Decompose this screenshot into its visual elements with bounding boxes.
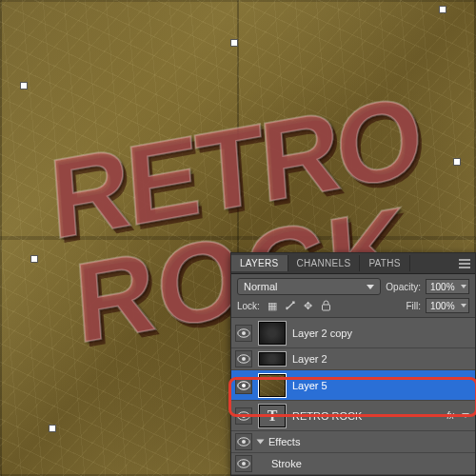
panel-menu-button[interactable] bbox=[454, 259, 475, 268]
visibility-toggle[interactable] bbox=[235, 325, 252, 342]
lock-pixels-icon[interactable] bbox=[283, 298, 298, 313]
svg-point-12 bbox=[242, 462, 246, 466]
layer-name[interactable]: RETRO ROCK bbox=[292, 410, 441, 422]
fill-value: 100% bbox=[430, 301, 455, 311]
layers-panel: LAYERS CHANNELS PATHS Normal Opacity: 10… bbox=[230, 252, 476, 476]
triangle-down-icon bbox=[257, 440, 265, 445]
lock-position-icon[interactable]: ✥ bbox=[301, 298, 316, 313]
layer-row[interactable]: Layer 2 bbox=[231, 348, 475, 370]
transform-handle[interactable] bbox=[30, 255, 38, 263]
transform-handle[interactable] bbox=[439, 6, 446, 13]
opacity-label: Opacity: bbox=[386, 282, 421, 292]
opacity-field[interactable]: 100% bbox=[426, 279, 469, 294]
layer-effect-item[interactable]: Stroke bbox=[231, 453, 475, 475]
text-layer-thumbnail[interactable]: T bbox=[258, 404, 287, 428]
layer-row-selected[interactable]: Layer 5 bbox=[231, 370, 475, 401]
layer-row[interactable]: Layer 2 copy bbox=[231, 318, 475, 348]
layer-row[interactable]: T RETRO ROCK fx bbox=[231, 401, 475, 431]
chevron-down-icon bbox=[461, 285, 466, 288]
effects-label: Effects bbox=[268, 436, 471, 447]
lock-label: Lock: bbox=[237, 301, 260, 311]
blend-mode-select[interactable]: Normal bbox=[237, 278, 381, 295]
layer-effects-row[interactable]: Effects bbox=[231, 431, 475, 453]
layer-name[interactable]: Layer 2 copy bbox=[292, 327, 471, 339]
layer-name[interactable]: Layer 5 bbox=[292, 380, 471, 391]
transform-handle[interactable] bbox=[49, 425, 56, 432]
svg-point-2 bbox=[242, 331, 246, 335]
svg-point-10 bbox=[242, 440, 246, 444]
lock-transparency-icon[interactable]: ▦ bbox=[265, 298, 280, 313]
lock-button-group: ▦ ✥ bbox=[265, 298, 334, 313]
panel-tab-bar: LAYERS CHANNELS PATHS bbox=[231, 253, 475, 274]
effects-disclosure[interactable] bbox=[258, 438, 263, 446]
layers-list: Layer 2 copy Layer 2 Layer 5 T RETRO ROC… bbox=[231, 318, 475, 475]
visibility-toggle[interactable] bbox=[235, 433, 252, 450]
visibility-toggle[interactable] bbox=[235, 455, 252, 472]
panel-controls: Normal Opacity: 100% Lock: ▦ ✥ bbox=[231, 274, 475, 318]
fx-badge[interactable]: fx bbox=[446, 410, 456, 421]
svg-point-6 bbox=[242, 384, 246, 387]
svg-point-4 bbox=[242, 357, 246, 361]
text-glyph-icon: T bbox=[268, 407, 278, 425]
layer-thumbnail[interactable] bbox=[258, 373, 287, 398]
svg-rect-0 bbox=[323, 305, 330, 310]
fill-label: Fill: bbox=[406, 301, 421, 311]
tab-layers[interactable]: LAYERS bbox=[231, 255, 288, 271]
lock-all-icon[interactable] bbox=[319, 298, 334, 313]
tab-channels[interactable]: CHANNELS bbox=[288, 255, 361, 271]
svg-point-8 bbox=[242, 414, 246, 418]
chevron-down-icon bbox=[367, 285, 374, 289]
opacity-value: 100% bbox=[430, 282, 455, 292]
effect-name: Stroke bbox=[258, 458, 471, 469]
visibility-toggle[interactable] bbox=[235, 407, 252, 425]
fill-field[interactable]: 100% bbox=[426, 298, 469, 313]
chevron-down-icon bbox=[461, 304, 466, 307]
layer-thumbnail[interactable] bbox=[258, 351, 287, 367]
chevron-down-icon[interactable] bbox=[462, 413, 469, 418]
blend-mode-value: Normal bbox=[244, 281, 277, 292]
visibility-toggle[interactable] bbox=[235, 350, 252, 367]
tab-paths[interactable]: PATHS bbox=[360, 255, 409, 271]
transform-handle[interactable] bbox=[453, 158, 461, 166]
layer-thumbnail[interactable] bbox=[258, 321, 287, 346]
layer-name[interactable]: Layer 2 bbox=[292, 353, 471, 365]
visibility-toggle[interactable] bbox=[235, 377, 252, 394]
transform-handle[interactable] bbox=[20, 82, 28, 89]
transform-handle[interactable] bbox=[230, 39, 238, 47]
